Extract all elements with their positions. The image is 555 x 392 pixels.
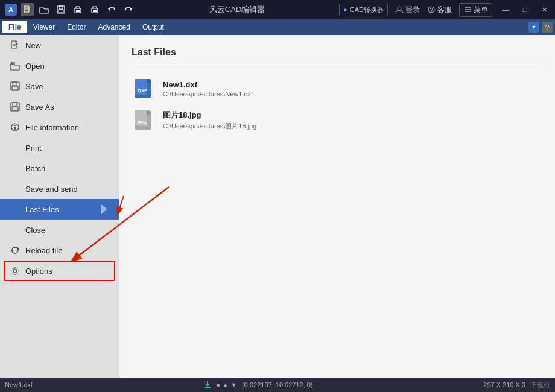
help-icon-2[interactable]: ? xyxy=(542,22,553,33)
titlebar-right: ● CAD转换器 登录 客服 菜单 — □ ✕ xyxy=(339,3,550,17)
main-container: New Open Save + Save As xyxy=(0,35,555,378)
sidebar: New Open Save + Save As xyxy=(0,35,119,378)
toolbar-new[interactable] xyxy=(21,3,34,16)
svg-rect-44 xyxy=(205,387,211,388)
svg-text:DXF: DXF xyxy=(138,88,147,93)
reload-icon xyxy=(10,245,21,256)
help-icon-1[interactable]: ▼ xyxy=(528,22,539,33)
file-path-0: C:\Users\pc\Pictures\New1.dxf xyxy=(163,90,253,98)
status-coords: (0.022107, 10.02712, 0) xyxy=(242,381,312,388)
titlebar-left: A xyxy=(5,3,135,16)
titlebar: A 风云CAD编辑器 xyxy=(0,0,555,19)
file-path-1: C:\Users\pc\Pictures\图片18.jpg xyxy=(163,122,256,131)
menubar: File Viewer Editor Advanced Output ▼ ? xyxy=(0,19,555,35)
sidebar-item-reload[interactable]: Reload file xyxy=(0,240,119,261)
svg-rect-24 xyxy=(12,86,18,90)
sidebar-item-options[interactable]: Options xyxy=(0,261,119,281)
svg-marker-34 xyxy=(11,250,13,252)
options-icon xyxy=(10,265,21,276)
info-icon xyxy=(10,122,21,133)
svg-marker-10 xyxy=(108,8,110,11)
sidebar-item-saveas-label: Save As xyxy=(25,103,54,112)
batch-icon-placeholder xyxy=(10,163,21,174)
svg-rect-43 xyxy=(207,381,208,384)
toolbar-print2[interactable] xyxy=(88,3,101,16)
sidebar-item-savesend-label: Save and send xyxy=(25,185,78,194)
file-icon-dxf: DXF xyxy=(134,78,156,100)
sidebar-item-lastfiles[interactable]: Last Files xyxy=(0,199,119,220)
sidebar-item-savesend[interactable]: Save and send xyxy=(0,179,119,199)
active-indicator xyxy=(100,204,109,214)
status-download-label: 下载机 xyxy=(530,381,550,390)
svg-rect-23 xyxy=(13,82,16,86)
file-item-0[interactable]: DXF New1.dxf C:\Users\pc\Pictures\New1.d… xyxy=(132,73,543,104)
page-wrapper: A 风云CAD编辑器 xyxy=(0,0,555,392)
file-item-1[interactable]: IMG 图片18.jpg C:\Users\pc\Pictures\图片18.j… xyxy=(132,104,543,136)
svg-marker-11 xyxy=(130,8,132,11)
support-btn[interactable]: 客服 xyxy=(427,5,452,15)
file-icon-jpg: IMG xyxy=(134,109,156,131)
save-icon xyxy=(10,81,21,92)
menubar-right: ▼ ? xyxy=(528,22,553,33)
titlebar-title: 风云CAD编辑器 xyxy=(135,4,339,15)
sidebar-item-open-label: Open xyxy=(25,62,45,71)
toolbar-print1[interactable] xyxy=(71,3,84,16)
menu-tab-viewer[interactable]: Viewer xyxy=(27,21,61,33)
menu-tab-advanced[interactable]: Advanced xyxy=(92,21,136,33)
sidebar-item-print[interactable]: Print xyxy=(0,138,119,158)
statusbar-right: 297 X 210 X 0 下载机 xyxy=(483,381,550,390)
toolbar-save[interactable] xyxy=(54,3,68,16)
cad-converter-btn[interactable]: ● CAD转换器 xyxy=(339,4,388,16)
lastfiles-icon-placeholder xyxy=(10,204,21,215)
svg-rect-4 xyxy=(59,6,63,9)
statusbar-center: ● ▲ ▼ (0.022107, 10.02712, 0) xyxy=(203,381,313,389)
sidebar-item-options-label: Options xyxy=(25,267,52,276)
sidebar-item-new[interactable]: New xyxy=(0,35,119,55)
file-name-1: 图片18.jpg xyxy=(163,110,256,121)
sidebar-item-saveas[interactable]: + Save As xyxy=(0,96,119,117)
login-btn[interactable]: 登录 xyxy=(395,5,420,15)
sidebar-item-close[interactable]: Close xyxy=(0,220,119,240)
status-dimensions: 297 X 210 X 0 xyxy=(483,381,525,388)
content-title: Last Files xyxy=(132,47,543,63)
sidebar-item-open[interactable]: Open xyxy=(0,55,119,76)
open-icon xyxy=(10,60,21,71)
sidebar-item-save[interactable]: Save xyxy=(0,76,119,96)
menu-tab-output[interactable]: Output xyxy=(136,21,170,33)
svg-rect-9 xyxy=(93,10,97,12)
svg-point-35 xyxy=(13,269,17,273)
close-icon-placeholder xyxy=(10,224,21,235)
svg-point-12 xyxy=(398,7,401,10)
sidebar-item-batch[interactable]: Batch xyxy=(0,158,119,179)
status-filename: New1.dxf xyxy=(5,381,33,388)
toolbar-undo[interactable] xyxy=(105,3,118,16)
svg-rect-7 xyxy=(76,10,80,12)
toolbar-redo[interactable] xyxy=(122,3,135,16)
svg-text:+: + xyxy=(16,102,19,106)
sidebar-item-new-label: New xyxy=(25,41,41,50)
maximize-btn[interactable]: □ xyxy=(519,5,531,14)
svg-text:IMG: IMG xyxy=(138,119,147,125)
svg-rect-21 xyxy=(11,62,14,64)
menu-tab-editor[interactable]: Editor xyxy=(61,21,92,33)
sidebar-item-close-label: Close xyxy=(25,226,45,235)
sidebar-item-reload-label: Reload file xyxy=(25,246,62,255)
svg-rect-27 xyxy=(12,107,18,110)
status-icon-1 xyxy=(203,381,212,389)
sidebar-item-fileinfo[interactable]: File information xyxy=(0,117,119,138)
sidebar-item-save-label: Save xyxy=(25,82,43,91)
menu-tab-file[interactable]: File xyxy=(2,21,27,33)
statusbar-left: New1.dxf xyxy=(5,381,33,388)
print-icon-placeholder xyxy=(10,142,21,153)
close-btn[interactable]: ✕ xyxy=(538,5,550,14)
toolbar-open[interactable] xyxy=(37,3,51,16)
statusbar: New1.dxf ● ▲ ▼ (0.022107, 10.02712, 0) 2… xyxy=(0,378,555,392)
minimize-btn[interactable]: — xyxy=(500,5,512,14)
file-name-0: New1.dxf xyxy=(163,80,253,89)
svg-rect-5 xyxy=(59,10,63,13)
sidebar-item-print-label: Print xyxy=(25,144,42,153)
menu-btn[interactable]: 菜单 xyxy=(459,3,492,17)
savesend-icon-placeholder xyxy=(10,183,21,194)
sidebar-item-batch-label: Batch xyxy=(25,164,45,173)
sidebar-item-lastfiles-label: Last Files xyxy=(25,205,59,214)
